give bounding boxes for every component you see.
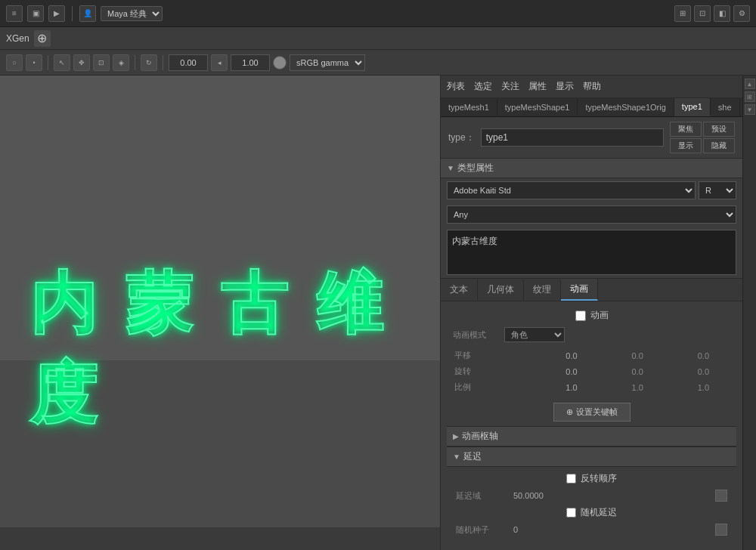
style-select[interactable]: R B I [699,181,736,199]
transform-table: 平移 0.0 0.0 0.0 旋转 0.0 0.0 0.0 比例 1.0 [447,348,736,395]
focus-button[interactable]: 聚焦 [670,122,702,137]
toolbar-divider1 [48,55,48,70]
far-right-panel: ▲ ⊞ ▼ [742,76,756,550]
xgen-label: XGen [6,33,29,44]
menu-icon-btn[interactable]: ≡ [6,5,23,22]
anim-pivot-header[interactable]: ▶ 动画枢轴 [447,427,736,446]
anim-mode-select[interactable]: 角色 [504,327,565,342]
toolbar-arrow-btn[interactable]: ◂ [211,54,228,71]
top-bar-left: ≡ ▣ ▶ 👤 Maya 经典 [6,5,163,22]
any-select[interactable]: Any [447,205,736,224]
top-bar: ≡ ▣ ▶ 👤 Maya 经典 ⊞ ⊡ ◧ ⚙ [0,0,756,27]
far-right-btn-2[interactable]: ⊞ [745,91,755,102]
delay-section: ▼ 延迟 反转顺序 延迟域 50.0000 [447,446,736,541]
grid-icon-btn[interactable]: ⊞ [674,5,691,22]
layout-icon-btn[interactable]: ▣ [27,5,44,22]
input-field-1[interactable] [169,54,208,71]
toolbar-refresh-btn[interactable]: ↻ [141,54,157,71]
viewport-shadow-strip [0,527,440,550]
delay-seed-slider[interactable] [715,524,727,536]
anim-pivot-section: ▶ 动画枢轴 [447,426,736,446]
sub-tab-text[interactable]: 文本 [441,280,478,300]
top-bar-right: ⊞ ⊡ ◧ ⚙ [674,5,750,22]
sub-tab-texture[interactable]: 纹理 [524,280,561,300]
rotate-v2: 0.0 [605,363,671,379]
delay-seed-value: 0 [513,525,711,534]
tab-typemeshshape1orig[interactable]: typeMeshShape1Orig [578,99,674,116]
preset-button[interactable]: 预设 [703,122,735,137]
play-icon-btn[interactable]: ▶ [48,5,65,22]
scene-icon-btn[interactable]: ◧ [714,5,730,22]
anim-mode-label: 动画模式 [453,329,498,341]
menu-item-help[interactable]: 帮助 [583,79,601,94]
toolbar-pan-btn[interactable]: ⊡ [93,54,110,71]
pivot-arrow-right: ▶ [453,432,459,440]
toolbar-select-btn[interactable]: ↖ [54,54,70,71]
right-panel: 列表 选定 关注 属性 显示 帮助 typeMesh1 typeMeshShap… [440,76,742,550]
delay-header[interactable]: ▼ 延迟 [447,447,736,467]
keyframe-label: 设置关键帧 [576,406,618,418]
reverse-order-checkbox[interactable] [566,474,576,484]
rotate-label: 旋转 [447,363,538,379]
delay-range-row: 延迟域 50.0000 [453,487,730,504]
anim-checkbox[interactable] [575,311,586,321]
menu-item-display[interactable]: 显示 [556,79,574,94]
random-delay-row: 随机延迟 [453,504,730,521]
type-properties-header[interactable]: ▼ 类型属性 [441,159,742,178]
text-display-area[interactable]: 内蒙古维度 [447,230,736,275]
keyframe-button[interactable]: ⊕ 设置关键帧 [553,403,631,422]
delay-title: 延迟 [463,450,482,463]
menu-item-select[interactable]: 选定 [474,79,492,94]
person-icon-btn[interactable]: 👤 [79,5,96,22]
far-right-btn-1[interactable]: ▲ [745,79,755,89]
toolbar-dot-btn[interactable]: • [26,54,42,71]
render-icon-btn[interactable]: ⊡ [694,5,711,22]
section-arrow-down: ▼ [447,164,454,172]
tab-typemeshshape1[interactable]: typeMeshShape1 [497,99,578,116]
keyframe-btn-row: ⊕ 设置关键帧 [447,398,736,426]
tab-she[interactable]: she [711,99,740,116]
tab-type1[interactable]: type1 [674,98,711,116]
scale-v2: 1.0 [605,379,671,395]
random-delay-label: 随机延迟 [581,506,617,519]
panel-menubar: 列表 选定 关注 属性 显示 帮助 [441,76,742,98]
input-field-2[interactable] [231,54,270,71]
toolbar: ○ • ↖ ✥ ⊡ ◈ ↻ ◂ sRGB gamma [0,50,756,76]
anim-mode-row: 动画模式 角色 [447,325,736,345]
node-name-input[interactable] [481,128,664,147]
reverse-order-label: 反转顺序 [581,472,617,485]
toolbar-divider3 [163,55,163,70]
hide-button[interactable]: 隐藏 [703,138,735,153]
section-title: 类型属性 [457,162,494,175]
anim-pivot-title: 动画枢轴 [462,430,498,443]
workspace-dropdown[interactable]: Maya 经典 [101,6,163,21]
toolbar-color-swatch[interactable] [273,56,287,70]
settings-icon-btn[interactable]: ⚙ [733,5,750,22]
toolbar-circle-btn[interactable]: ○ [6,54,23,71]
xgen-target-icon[interactable]: ⊕ [34,30,51,47]
table-row-rotate: 旋转 0.0 0.0 0.0 [447,363,736,379]
far-right-btn-3[interactable]: ▼ [745,104,755,115]
show-button[interactable]: 显示 [670,138,702,153]
menu-item-attr[interactable]: 属性 [528,79,547,94]
toolbar-key-btn[interactable]: ◈ [113,54,129,71]
delay-seed-label: 随机种子 [456,524,509,536]
scale-v1: 1.0 [538,379,604,395]
delay-range-value: 50.0000 [513,491,711,500]
tab-typemesh1[interactable]: typeMesh1 [441,99,497,116]
viewport-text-display: 内 蒙 古 维 度 [30,259,440,439]
keyframe-icon: ⊕ [566,407,573,417]
font-select[interactable]: Adobe Kaiti Std [447,181,696,199]
anim-label: 动画 [590,309,609,322]
menu-item-focus[interactable]: 关注 [501,79,519,94]
color-profile-select[interactable]: sRGB gamma [290,54,365,71]
sub-tab-geometry[interactable]: 几何体 [478,280,524,300]
translate-v1: 0.0 [538,348,604,363]
menu-item-list[interactable]: 列表 [447,79,465,94]
random-delay-checkbox[interactable] [566,508,576,518]
sub-tab-animation[interactable]: 动画 [561,279,598,301]
delay-range-slider[interactable] [715,490,727,502]
viewport[interactable]: 内 蒙 古 维 度 [0,76,440,550]
toolbar-move-btn[interactable]: ✥ [73,54,90,71]
any-row: Any [441,202,742,227]
